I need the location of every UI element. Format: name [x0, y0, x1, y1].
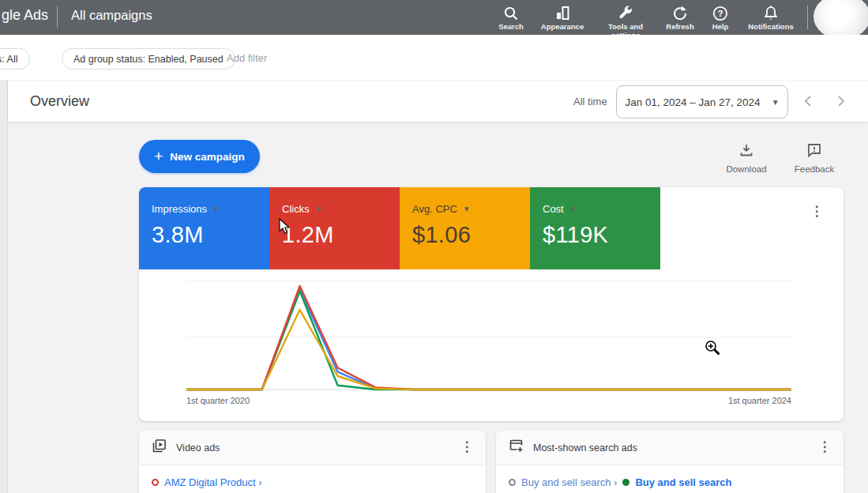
scorecard-cost-value: $119K — [543, 222, 660, 248]
most-shown-card-title: Most-shown search ads — [533, 442, 637, 453]
plus-icon: + — [154, 148, 163, 165]
search-label: Search — [498, 22, 524, 31]
top-app-bar: gle Ads All campaigns Search Appearance … — [0, 0, 868, 35]
scorecard-impressions-label: Impressions — [152, 203, 207, 215]
page-title: Overview — [30, 93, 89, 110]
ad-group-status-dot-enabled — [622, 479, 629, 486]
search-icon — [503, 5, 519, 21]
x-axis-start-label: 1st quarter 2020 — [186, 396, 250, 405]
bell-icon — [764, 5, 778, 21]
campaign-status-filter-chip[interactable]: status: All — [0, 48, 30, 70]
video-ads-card-title: Video ads — [176, 442, 220, 453]
video-ads-card-body: AMZ Digital Product › — [139, 465, 486, 488]
download-button[interactable]: Download — [719, 142, 774, 174]
chevron-down-icon: ▼ — [772, 98, 780, 107]
current-page-title: All campaigns — [71, 8, 152, 23]
download-icon — [738, 142, 754, 161]
chevron-down-icon: ▼ — [315, 205, 323, 213]
scorecard-clicks[interactable]: Clicks▼ 1.2M — [269, 187, 400, 269]
feedback-icon — [806, 142, 822, 161]
video-ads-card: Video ads ⋮ AMZ Digital Product › — [139, 431, 486, 493]
topbar-divider — [807, 6, 808, 29]
help-icon: ? — [712, 5, 728, 21]
new-campaign-button[interactable]: + New campaign — [139, 140, 260, 173]
window-plus-icon — [509, 438, 524, 457]
chevron-down-icon: ▼ — [463, 205, 471, 213]
video-ads-kebab-icon[interactable]: ⋮ — [457, 437, 476, 459]
video-ads-campaign-link[interactable]: AMZ Digital Product › — [164, 476, 262, 488]
add-filter-button[interactable]: Add filter — [227, 52, 267, 64]
notifications-label: Notifications — [748, 22, 794, 31]
scorecard-avg-cpc-value: $1.06 — [412, 222, 530, 248]
chart-x-axis: 1st quarter 2020 1st quarter 2024 — [186, 396, 791, 405]
download-label: Download — [726, 164, 766, 174]
most-shown-ad-group-link[interactable]: Buy and sell search — [635, 476, 731, 488]
x-axis-end-label: 1st quarter 2024 — [728, 396, 791, 405]
ad-group-status-filter-chip[interactable]: Ad group status: Enabled, Paused — [62, 48, 235, 70]
feedback-label: Feedback — [795, 164, 835, 174]
scorecard-avg-cpc-label: Avg. CPC — [412, 203, 457, 215]
wrench-icon — [618, 5, 633, 21]
most-shown-campaign-breadcrumb-link[interactable]: Buy and sell search › — [521, 476, 617, 488]
appearance-icon — [555, 5, 570, 21]
video-ads-icon — [152, 438, 167, 457]
scorecard-row: Impressions▼ 3.8M Clicks▼ 1.2M Avg. CPC▼… — [139, 187, 660, 269]
campaign-status-dot-removed — [152, 479, 159, 486]
date-range-shortcut: All time — [573, 96, 607, 107]
most-shown-kebab-icon[interactable]: ⋮ — [815, 437, 834, 459]
campaign-status-dot-paused — [509, 479, 516, 486]
new-campaign-label: New campaign — [170, 151, 245, 163]
collapsed-nav-rail — [0, 80, 8, 493]
refresh-label: Refresh — [666, 22, 693, 31]
chevron-down-icon: ▼ — [569, 205, 577, 213]
scorecard-avg-cpc[interactable]: Avg. CPC▼ $1.06 — [400, 187, 530, 269]
card-options-kebab-icon[interactable]: ⋮ — [807, 201, 826, 224]
most-shown-card-body: Buy and sell search › Buy and sell searc… — [496, 465, 844, 488]
google-ads-logo: gle Ads — [2, 7, 48, 24]
scorecard-cost-label: Cost — [543, 203, 564, 215]
appearance-label: Appearance — [541, 22, 584, 31]
feedback-button[interactable]: Feedback — [787, 142, 842, 174]
scorecard-impressions[interactable]: Impressions▼ 3.8M — [139, 187, 269, 269]
most-shown-card-header: Most-shown search ads ⋮ — [496, 431, 844, 465]
video-ads-card-header: Video ads ⋮ — [139, 431, 486, 465]
overview-chart — [186, 274, 791, 405]
overview-header-bar: Overview All time Jan 01, 2024 – Jan 27,… — [8, 81, 868, 122]
scorecard-clicks-value: 1.2M — [282, 222, 400, 248]
overview-performance-card: Impressions▼ 3.8M Clicks▼ 1.2M Avg. CPC▼… — [139, 187, 844, 421]
scorecard-cost[interactable]: Cost▼ $119K — [530, 187, 660, 269]
date-range-value: Jan 01, 2024 – Jan 27, 2024 — [625, 96, 760, 108]
previous-period-button[interactable] — [798, 91, 818, 111]
account-avatar[interactable] — [814, 0, 868, 40]
chevron-down-icon: ▼ — [212, 205, 220, 213]
most-shown-search-ads-card: Most-shown search ads ⋮ Buy and sell sea… — [496, 431, 844, 493]
brand-divider — [57, 6, 58, 28]
help-label: Help — [712, 22, 729, 31]
next-period-button[interactable] — [831, 91, 851, 111]
svg-text:?: ? — [718, 9, 723, 18]
filter-bar: status: All Ad group status: Enabled, Pa… — [0, 35, 868, 80]
campaign-status-filter-label: status: All — [0, 54, 18, 65]
ad-group-status-filter-label: Ad group status: Enabled, Paused — [73, 54, 224, 65]
scorecard-clicks-label: Clicks — [282, 203, 310, 215]
date-range-picker[interactable]: Jan 01, 2024 – Jan 27, 2024 ▼ — [616, 85, 788, 119]
scorecard-impressions-value: 3.8M — [152, 222, 269, 248]
refresh-icon — [672, 5, 688, 21]
